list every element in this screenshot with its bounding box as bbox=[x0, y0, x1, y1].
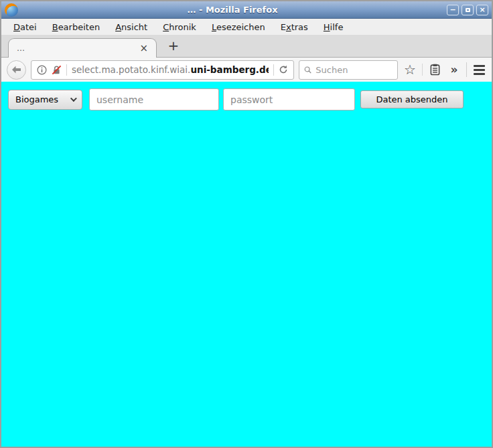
toolbar-divider-2 bbox=[466, 62, 467, 77]
plus-icon: + bbox=[168, 38, 180, 54]
bookmark-button[interactable]: ☆ bbox=[403, 60, 417, 79]
minimize-icon: − bbox=[449, 5, 455, 14]
login-form: Biogames Daten absenden bbox=[1, 82, 492, 110]
back-arrow-icon bbox=[11, 66, 21, 74]
reload-button[interactable] bbox=[279, 65, 288, 74]
url-text[interactable]: select.ma.potato.kinf.wiai.uni-bamberg.d… bbox=[72, 64, 269, 75]
tab-title: … bbox=[17, 44, 139, 53]
library-icon bbox=[429, 64, 441, 76]
insecure-padlock-icon[interactable] bbox=[52, 65, 62, 75]
menu-item-bearbeiten[interactable]: Bearbeiten bbox=[46, 20, 107, 34]
title-bar: … - Mozilla Firefox − × bbox=[1, 1, 492, 19]
chevron-down-icon bbox=[70, 95, 77, 102]
tab-close-icon[interactable]: × bbox=[139, 44, 148, 54]
submit-button[interactable]: Daten absenden bbox=[360, 90, 464, 108]
username-field[interactable] bbox=[89, 88, 219, 110]
biogames-select[interactable]: Biogames bbox=[8, 90, 82, 110]
search-box[interactable] bbox=[299, 60, 398, 80]
tab-bar: … × + bbox=[1, 35, 492, 58]
url-divider bbox=[66, 64, 67, 76]
close-icon: × bbox=[479, 5, 485, 14]
firefox-logo-icon bbox=[5, 3, 18, 17]
active-tab[interactable]: … × bbox=[8, 38, 157, 58]
library-button[interactable] bbox=[427, 60, 442, 79]
overflow-button[interactable]: » bbox=[447, 60, 462, 79]
url-bar[interactable]: select.ma.potato.kinf.wiai.uni-bamberg.d… bbox=[31, 60, 294, 80]
navigation-toolbar: select.ma.potato.kinf.wiai.uni-bamberg.d… bbox=[1, 58, 492, 82]
menu-item-extras[interactable]: Extras bbox=[274, 20, 315, 34]
menu-item-hilfe[interactable]: Hilfe bbox=[317, 20, 350, 34]
hamburger-icon bbox=[474, 65, 485, 75]
toolbar-divider-1 bbox=[422, 64, 423, 76]
new-tab-button[interactable]: + bbox=[165, 37, 182, 54]
select-value: Biogames bbox=[15, 94, 58, 104]
menu-item-lesezeichen[interactable]: Lesezeichen bbox=[205, 20, 272, 34]
double-chevron-icon: » bbox=[451, 63, 458, 76]
maximize-button[interactable] bbox=[462, 5, 474, 15]
search-icon bbox=[304, 66, 311, 74]
minimize-button[interactable]: − bbox=[447, 5, 459, 15]
window-controls: − × bbox=[447, 5, 488, 15]
star-icon: ☆ bbox=[404, 63, 416, 76]
menu-item-ansicht[interactable]: Ansicht bbox=[109, 20, 154, 34]
menu-bar: Datei Bearbeiten Ansicht Chronik Lesezei… bbox=[1, 19, 492, 35]
password-field[interactable] bbox=[223, 88, 355, 110]
firefox-window: … - Mozilla Firefox − × Datei Bearbeiten… bbox=[0, 0, 493, 448]
menu-button[interactable] bbox=[472, 60, 486, 79]
page-content: Biogames Daten absenden bbox=[1, 82, 492, 447]
menu-item-chronik[interactable]: Chronik bbox=[156, 20, 203, 34]
info-icon[interactable] bbox=[37, 65, 47, 75]
url-divider-right bbox=[273, 64, 274, 76]
url-prefix: select.ma.potato.kinf.wiai. bbox=[72, 64, 190, 75]
search-input[interactable] bbox=[315, 65, 393, 75]
reload-icon bbox=[279, 65, 288, 74]
maximize-icon bbox=[466, 8, 470, 12]
close-button[interactable]: × bbox=[476, 5, 488, 15]
url-domain: uni-bamberg.de bbox=[190, 64, 269, 75]
menu-item-datei[interactable]: Datei bbox=[7, 20, 44, 34]
back-button[interactable] bbox=[7, 60, 26, 80]
window-title: … - Mozilla Firefox bbox=[18, 5, 447, 15]
